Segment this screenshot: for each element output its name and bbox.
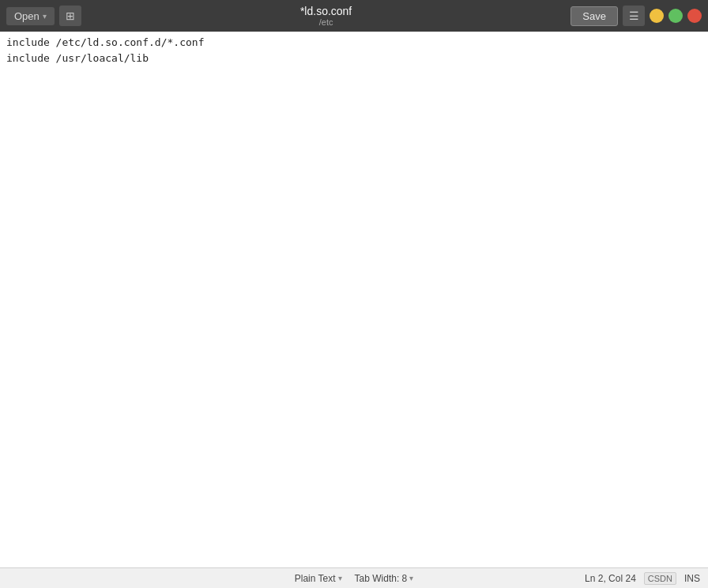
- open-dropdown-arrow: ▾: [43, 12, 47, 21]
- close-button[interactable]: [687, 9, 702, 23]
- editor-content[interactable]: include /etc/ld.so.conf.d/*.conf include…: [6, 35, 702, 66]
- titlebar: Open ▾ ⊞ *ld.so.conf /etc Save ☰: [0, 0, 708, 32]
- title-filename: *ld.so.conf: [86, 5, 567, 17]
- plain-text-label: Plain Text: [295, 573, 336, 584]
- titlebar-right: Save ☰: [571, 6, 702, 26]
- statusbar-center: Plain Text ▾ Tab Width: 8 ▾: [239, 573, 469, 584]
- minimize-button[interactable]: [650, 9, 664, 23]
- save-button[interactable]: Save: [571, 6, 618, 26]
- file-browser-button[interactable]: ⊞: [59, 6, 81, 26]
- maximize-button[interactable]: [668, 9, 683, 23]
- menu-button[interactable]: ☰: [623, 6, 645, 26]
- tab-width-dropdown-arrow: ▾: [409, 574, 413, 582]
- file-browser-icon: ⊞: [66, 9, 75, 22]
- editor-area[interactable]: include /etc/ld.so.conf.d/*.conf include…: [0, 32, 708, 567]
- title-center: *ld.so.conf /etc: [86, 5, 567, 27]
- plain-text-selector[interactable]: Plain Text ▾: [295, 573, 342, 584]
- csdn-badge-item: CSDN: [644, 572, 676, 585]
- tab-width-selector[interactable]: Tab Width: 8 ▾: [355, 573, 414, 584]
- plain-text-dropdown-arrow: ▾: [338, 574, 342, 582]
- menu-icon: ☰: [629, 9, 639, 22]
- cursor-position: Ln 2, Col 24: [585, 573, 636, 584]
- open-label: Open: [14, 10, 40, 22]
- open-button[interactable]: Open ▾: [6, 7, 55, 25]
- statusbar: Plain Text ▾ Tab Width: 8 ▾ Ln 2, Col 24…: [0, 567, 708, 588]
- csdn-badge: CSDN: [644, 572, 676, 585]
- statusbar-right: Ln 2, Col 24 CSDN INS: [469, 572, 700, 585]
- insert-mode-label: INS: [684, 573, 700, 584]
- title-path: /etc: [86, 17, 567, 27]
- tab-width-label: Tab Width: 8: [355, 573, 408, 584]
